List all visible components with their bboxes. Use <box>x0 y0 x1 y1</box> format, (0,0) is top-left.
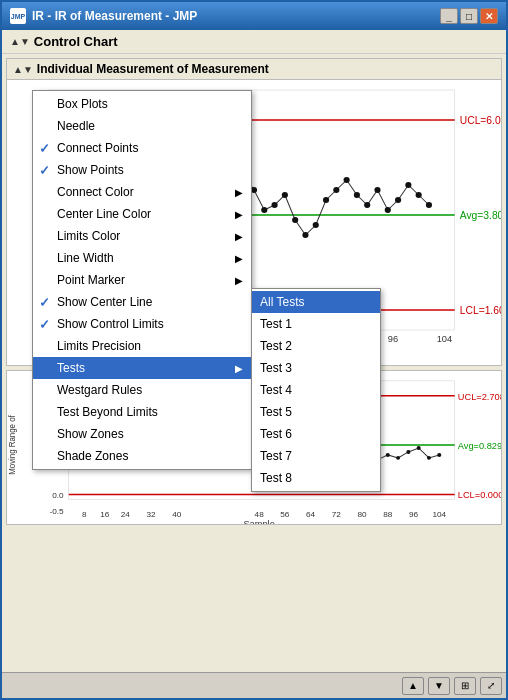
svg-text:40: 40 <box>172 510 182 519</box>
menu-item-limits-color[interactable]: Limits Color ▶ <box>33 225 251 247</box>
svg-text:LCL=0.000: LCL=0.000 <box>458 491 501 501</box>
menu-item-label: Westgard Rules <box>57 383 142 397</box>
submenu-arrow-icon: ▶ <box>235 363 243 374</box>
submenu-item-label: Test 2 <box>260 339 292 353</box>
menu-item-label: Connect Color <box>57 185 134 199</box>
menu-item-label: Show Zones <box>57 427 124 441</box>
menu-item-label: Center Line Color <box>57 207 151 221</box>
svg-text:96: 96 <box>409 510 419 519</box>
scroll-up-button[interactable]: ▲ <box>402 677 424 695</box>
submenu-tests: All Tests Test 1 Test 2 Test 3 Test 4 Te… <box>251 288 381 492</box>
menu-item-tests[interactable]: Tests ▶ <box>33 357 251 379</box>
menu-item-point-marker[interactable]: Point Marker ▶ <box>33 269 251 291</box>
app-icon-label: JMP <box>11 13 25 20</box>
svg-text:104: 104 <box>437 334 452 344</box>
svg-text:88: 88 <box>383 510 393 519</box>
menu-item-line-width[interactable]: Line Width ▶ <box>33 247 251 269</box>
submenu-item-label: All Tests <box>260 295 304 309</box>
menu-item-connect-color[interactable]: Connect Color ▶ <box>33 181 251 203</box>
submenu-arrow-icon: ▶ <box>235 231 243 242</box>
menu-item-label: Connect Points <box>57 141 138 155</box>
submenu-item-test-2[interactable]: Test 2 <box>252 335 380 357</box>
collapse-icon[interactable]: ▲▼ <box>10 36 30 47</box>
minimize-button[interactable]: _ <box>440 8 458 24</box>
title-bar: JMP IR - IR of Measurement - JMP _ □ ✕ <box>2 2 506 30</box>
menu-item-label: Needle <box>57 119 95 133</box>
close-button[interactable]: ✕ <box>480 8 498 24</box>
svg-point-45 <box>395 197 401 203</box>
panel-title: Control Chart <box>34 34 118 49</box>
submenu-arrow-icon: ▶ <box>235 187 243 198</box>
panel-header: ▲▼ Control Chart <box>2 30 506 54</box>
window-controls: _ □ ✕ <box>440 8 498 24</box>
context-menu: Box Plots Needle ✓ Connect Points ✓ Show… <box>32 90 252 470</box>
submenu-arrow-icon: ▶ <box>235 209 243 220</box>
sub-panel-header: ▲▼ Individual Measurement of Measurement <box>7 59 501 80</box>
menu-item-label: Show Points <box>57 163 124 177</box>
menu-item-label: Point Marker <box>57 273 125 287</box>
svg-point-47 <box>416 192 422 198</box>
menu-item-westgard-rules[interactable]: Westgard Rules <box>33 379 251 401</box>
svg-text:Moving Range of: Moving Range of <box>8 415 17 475</box>
svg-text:Sample: Sample <box>243 519 274 524</box>
app-icon: JMP <box>10 8 26 24</box>
submenu-item-test-7[interactable]: Test 7 <box>252 445 380 467</box>
check-icon: ✓ <box>39 295 50 310</box>
menu-item-show-zones[interactable]: Show Zones <box>33 423 251 445</box>
svg-point-102 <box>386 453 390 457</box>
submenu-arrow-icon: ▶ <box>235 275 243 286</box>
submenu-item-label: Test 1 <box>260 317 292 331</box>
menu-item-connect-points[interactable]: ✓ Connect Points <box>33 137 251 159</box>
submenu-item-test-1[interactable]: Test 1 <box>252 313 380 335</box>
menu-item-label: Tests <box>57 361 85 375</box>
svg-text:80: 80 <box>357 510 367 519</box>
menu-item-box-plots[interactable]: Box Plots <box>33 93 251 115</box>
menu-item-label: Show Center Line <box>57 295 152 309</box>
sub-collapse-icon[interactable]: ▲▼ <box>13 64 33 75</box>
svg-point-105 <box>417 446 421 450</box>
svg-text:72: 72 <box>332 510 342 519</box>
svg-text:LCL=1.60: LCL=1.60 <box>460 305 501 316</box>
menu-item-show-center-line[interactable]: ✓ Show Center Line <box>33 291 251 313</box>
submenu-item-test-8[interactable]: Test 8 <box>252 467 380 489</box>
menu-item-shade-zones[interactable]: Shade Zones <box>33 445 251 467</box>
svg-point-46 <box>405 182 411 188</box>
menu-item-needle[interactable]: Needle <box>33 115 251 137</box>
svg-text:UCL=6.01: UCL=6.01 <box>460 115 501 126</box>
svg-text:Avg=0.829: Avg=0.829 <box>458 441 501 451</box>
svg-point-103 <box>396 456 400 460</box>
check-icon: ✓ <box>39 141 50 156</box>
main-content: ▲▼ Control Chart ▲▼ Individual Measureme… <box>2 30 506 676</box>
svg-text:24: 24 <box>121 510 131 519</box>
menu-item-show-control-limits[interactable]: ✓ Show Control Limits <box>33 313 251 335</box>
submenu-item-label: Test 5 <box>260 405 292 419</box>
window-title: IR - IR of Measurement - JMP <box>32 9 440 23</box>
svg-text:104: 104 <box>432 510 446 519</box>
grid-button[interactable]: ⊞ <box>454 677 476 695</box>
svg-text:56: 56 <box>280 510 290 519</box>
menu-item-label: Limits Precision <box>57 339 141 353</box>
submenu-item-test-4[interactable]: Test 4 <box>252 379 380 401</box>
menu-item-label: Limits Color <box>57 229 120 243</box>
menu-item-show-points[interactable]: ✓ Show Points <box>33 159 251 181</box>
submenu-item-label: Test 4 <box>260 383 292 397</box>
menu-item-label: Show Control Limits <box>57 317 164 331</box>
svg-point-104 <box>406 450 410 454</box>
submenu-item-all-tests[interactable]: All Tests <box>252 291 380 313</box>
svg-text:-0.5: -0.5 <box>49 507 64 516</box>
submenu-item-test-6[interactable]: Test 6 <box>252 423 380 445</box>
menu-item-test-beyond-limits[interactable]: Test Beyond Limits <box>33 401 251 423</box>
menu-item-limits-precision[interactable]: Limits Precision <box>33 335 251 357</box>
sub-panel-title: Individual Measurement of Measurement <box>37 62 269 76</box>
scroll-down-button[interactable]: ▼ <box>428 677 450 695</box>
check-icon: ✓ <box>39 317 50 332</box>
svg-text:96: 96 <box>388 334 398 344</box>
menu-item-center-line-color[interactable]: Center Line Color ▶ <box>33 203 251 225</box>
maximize-button[interactable]: □ <box>460 8 478 24</box>
submenu-item-test-3[interactable]: Test 3 <box>252 357 380 379</box>
svg-text:48: 48 <box>255 510 265 519</box>
resize-button[interactable]: ⤢ <box>480 677 502 695</box>
svg-point-107 <box>437 453 441 457</box>
submenu-item-test-5[interactable]: Test 5 <box>252 401 380 423</box>
svg-text:64: 64 <box>306 510 316 519</box>
